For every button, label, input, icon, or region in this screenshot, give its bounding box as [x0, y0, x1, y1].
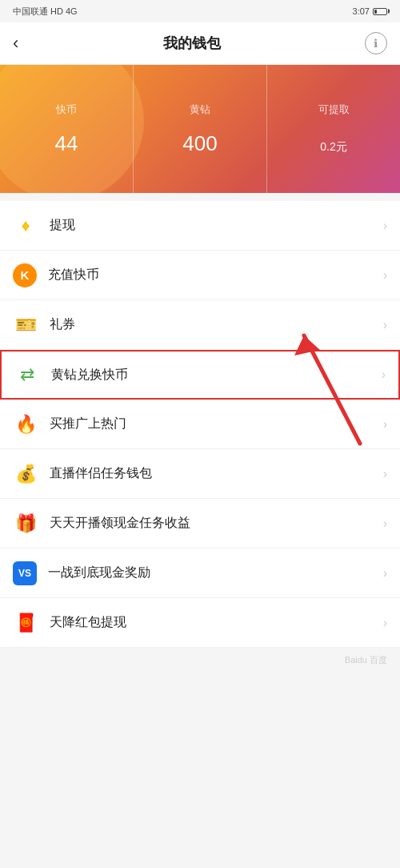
status-bar: 中国联通 HD 4G 3:07	[0, 0, 400, 22]
status-right: 3:07	[353, 6, 387, 16]
back-button[interactable]: ‹	[13, 33, 18, 54]
recharge-chevron: ›	[383, 268, 387, 283]
menu-item-withdraw[interactable]: ♦ 提现 ›	[0, 201, 400, 251]
huangzuan-label: 黄钻	[190, 102, 210, 117]
wallet-col-huangzuan: 黄钻 400	[133, 65, 266, 193]
promote-icon: 🔥	[13, 412, 38, 437]
battle-chevron: ›	[383, 566, 387, 581]
recharge-icon: K	[13, 263, 37, 287]
watermark: Baidu 百度	[0, 648, 400, 673]
withdraw-label: 提现	[50, 217, 383, 234]
red-arrow-svg	[280, 319, 376, 448]
redpacket-chevron: ›	[383, 616, 387, 630]
page-title: 我的钱包	[163, 34, 221, 53]
daily-icon: 🎁	[13, 511, 38, 536]
withdraw-icon: ♦	[13, 213, 38, 239]
battle-icon: VS	[13, 561, 37, 585]
carrier-text: 中国联通 HD 4G	[13, 6, 78, 18]
wallet-col-kuaicoin: 快币 44	[0, 65, 133, 193]
kuaicoin-value: 44	[55, 131, 78, 156]
livewallet-icon: 💰	[13, 461, 38, 487]
daily-chevron: ›	[383, 516, 387, 531]
menu-item-daily[interactable]: 🎁 天天开播领现金任务收益 ›	[0, 499, 400, 549]
redpacket-icon: 🧧	[13, 610, 38, 636]
menu-item-recharge[interactable]: K 充值快币 ›	[0, 251, 400, 300]
exchange-chevron: ›	[382, 368, 386, 382]
promote-chevron: ›	[383, 417, 387, 432]
svg-line-0	[304, 336, 360, 444]
coupon-chevron: ›	[383, 318, 387, 332]
battery-icon	[373, 8, 387, 15]
coupon-icon: 🎫	[13, 312, 38, 338]
time-text: 3:07	[353, 6, 370, 16]
recharge-label: 充值快币	[48, 267, 383, 283]
menu-item-livewallet[interactable]: 💰 直播伴侣任务钱包 ›	[0, 449, 400, 499]
wallet-banner: 快币 44 黄钻 400 可提取 0.2元	[0, 65, 400, 193]
battle-label: 一战到底现金奖励	[48, 565, 383, 581]
huangzuan-value: 400	[182, 131, 217, 156]
menu-item-battle[interactable]: VS 一战到底现金奖励 ›	[0, 549, 400, 598]
menu-item-redpacket[interactable]: 🧧 天降红包提现 ›	[0, 598, 400, 648]
livewallet-chevron: ›	[383, 467, 387, 481]
withdrawable-label: 可提取	[318, 102, 350, 117]
withdraw-chevron: ›	[383, 219, 387, 233]
kuaicoin-label: 快币	[56, 102, 77, 117]
wallet-col-withdrawable: 可提取 0.2元	[266, 65, 400, 193]
battery-fill	[374, 10, 377, 14]
svg-marker-1	[294, 336, 320, 356]
daily-label: 天天开播领现金任务收益	[50, 515, 383, 532]
redpacket-label: 天降红包提现	[50, 614, 383, 631]
info-button[interactable]: ℹ	[365, 32, 387, 54]
withdrawable-value: 0.2元	[320, 131, 346, 156]
header: ‹ 我的钱包 ℹ	[0, 22, 400, 65]
menu-list: ♦ 提现 › K 充值快币 › 🎫 礼券 › ⇄ 黄钻兑换快币 › 🔥 买推广上…	[0, 201, 400, 648]
livewallet-label: 直播伴侣任务钱包	[50, 465, 383, 482]
exchange-icon: ⇄	[14, 362, 40, 388]
